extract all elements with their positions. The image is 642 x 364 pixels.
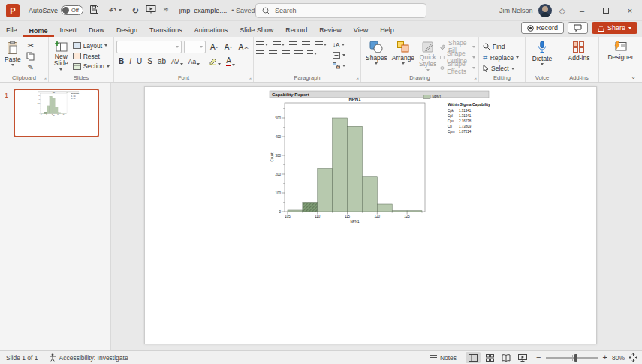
- cut-button[interactable]: ✂: [25, 41, 37, 50]
- font-dialog-launcher[interactable]: ⊿: [248, 76, 252, 81]
- present-from-beginning-button[interactable]: [146, 5, 156, 16]
- tab-draw[interactable]: Draw: [83, 24, 110, 37]
- tab-home[interactable]: Home: [23, 25, 54, 38]
- decrease-indent-button[interactable]: [289, 41, 297, 47]
- tab-view[interactable]: View: [348, 24, 374, 37]
- grow-font-button[interactable]: Aˆ: [208, 43, 220, 51]
- font-name-combobox[interactable]: [116, 41, 182, 53]
- columns-button[interactable]: [307, 50, 317, 56]
- slide-sorter-view-button[interactable]: [482, 352, 497, 363]
- shrink-font-button[interactable]: Aˇ: [222, 43, 234, 51]
- fit-to-window-icon[interactable]: [629, 353, 637, 362]
- notes-button[interactable]: Notes: [426, 353, 460, 363]
- layout-button[interactable]: Layout: [73, 41, 110, 50]
- new-slide-dropdown-icon[interactable]: [59, 68, 62, 71]
- gem-icon[interactable]: ◇: [559, 6, 565, 16]
- accessibility-checker[interactable]: Accessibility: Investigate: [49, 353, 128, 362]
- numbering-button[interactable]: [273, 41, 285, 47]
- record-button[interactable]: Record: [521, 22, 564, 34]
- align-center-button[interactable]: [269, 50, 277, 56]
- shapes-button[interactable]: Shapes: [363, 39, 390, 73]
- replace-button[interactable]: ⇄Replace: [483, 53, 519, 62]
- collapse-ribbon-icon[interactable]: ⌄: [631, 74, 636, 80]
- tab-slide-show[interactable]: Slide Show: [234, 24, 279, 37]
- text-direction-button[interactable]: ↓A: [333, 40, 345, 49]
- reading-view-button[interactable]: [499, 352, 514, 363]
- avatar[interactable]: [538, 4, 552, 17]
- highlight-color-button[interactable]: [206, 57, 223, 65]
- tab-design[interactable]: Design: [110, 24, 143, 37]
- zoom-out-button[interactable]: −: [536, 353, 541, 362]
- clipboard-dialog-launcher[interactable]: ⊿: [43, 76, 47, 81]
- close-button[interactable]: ×: [618, 0, 642, 21]
- redo-button[interactable]: ↻: [131, 6, 139, 15]
- convert-smartart-button[interactable]: [333, 61, 345, 70]
- align-left-button[interactable]: [256, 50, 264, 56]
- search-input[interactable]: Search: [255, 3, 426, 18]
- tab-animations[interactable]: Animations: [188, 24, 234, 37]
- share-button[interactable]: Share: [592, 22, 637, 34]
- text-shadow-button[interactable]: S: [145, 57, 155, 65]
- character-spacing-button[interactable]: AV: [169, 58, 185, 65]
- paste-button[interactable]: Paste: [2, 39, 23, 73]
- arrange-button[interactable]: Arrange: [390, 39, 417, 73]
- drawing-dialog-launcher[interactable]: ⊿: [473, 76, 477, 81]
- slide[interactable]: Capability ReportNPN1NPN1010020030040050…: [144, 86, 597, 344]
- find-button[interactable]: Find: [483, 42, 519, 51]
- editing-canvas[interactable]: Capability ReportNPN1NPN1010020030040050…: [111, 83, 642, 350]
- strikethrough-button[interactable]: ab: [155, 57, 168, 65]
- capability-chart[interactable]: Capability ReportNPN1NPN1010020030040050…: [265, 89, 513, 236]
- undo-dropdown-icon[interactable]: [119, 9, 122, 11]
- format-painter-button[interactable]: ✎: [25, 63, 37, 71]
- new-slide-button[interactable]: New Slide: [51, 39, 71, 73]
- tab-review[interactable]: Review: [313, 24, 348, 37]
- zoom-slider[interactable]: [546, 357, 598, 359]
- slide-thumbnail[interactable]: Capability ReportNPN1NPN1010020030040050…: [14, 89, 99, 137]
- arrange-dropdown-icon[interactable]: [402, 62, 405, 65]
- maximize-button[interactable]: [594, 0, 618, 21]
- italic-button[interactable]: I: [127, 57, 134, 65]
- zoom-slider-thumb[interactable]: [574, 354, 577, 362]
- shapes-dropdown-icon[interactable]: [375, 62, 378, 65]
- shape-effects-button[interactable]: Shape Effects: [440, 63, 475, 72]
- minimize-button[interactable]: –: [570, 0, 594, 21]
- justify-button[interactable]: [294, 50, 303, 56]
- user-name[interactable]: Jim Nelson: [499, 7, 533, 14]
- undo-button[interactable]: ↶: [109, 6, 122, 15]
- tab-help[interactable]: Help: [374, 24, 400, 37]
- line-spacing-button[interactable]: [315, 41, 327, 47]
- font-color-button[interactable]: A: [224, 57, 237, 66]
- tab-file[interactable]: File: [0, 24, 23, 37]
- change-case-button[interactable]: Aa: [186, 58, 202, 65]
- designer-button[interactable]: Designer: [605, 39, 635, 73]
- tab-transitions[interactable]: Transitions: [143, 24, 188, 37]
- increase-indent-button[interactable]: [302, 41, 310, 47]
- align-text-button[interactable]: [333, 50, 345, 59]
- tab-insert[interactable]: Insert: [54, 24, 83, 37]
- underline-button[interactable]: U: [134, 57, 144, 65]
- save-button[interactable]: [89, 5, 99, 16]
- dictate-dropdown-icon[interactable]: [541, 63, 544, 65]
- zoom-in-button[interactable]: +: [603, 353, 607, 362]
- powerpoint-logo-icon[interactable]: P: [6, 4, 20, 17]
- slide-indicator[interactable]: Slide 1 of 1: [6, 354, 38, 362]
- paragraph-dialog-launcher[interactable]: ⊿: [355, 76, 359, 81]
- dictate-button[interactable]: Dictate: [530, 39, 554, 73]
- autosave-toggle[interactable]: Off: [61, 5, 83, 15]
- bold-button[interactable]: B: [116, 57, 126, 65]
- tab-record[interactable]: Record: [279, 24, 313, 37]
- clear-formatting-button[interactable]: A✂: [236, 43, 251, 51]
- normal-view-button[interactable]: [466, 352, 481, 363]
- reset-button[interactable]: Reset: [73, 52, 110, 61]
- font-size-combobox[interactable]: [184, 41, 206, 53]
- document-title[interactable]: jmp_example....: [179, 7, 228, 14]
- align-right-button[interactable]: [282, 50, 290, 56]
- copy-button[interactable]: [25, 52, 37, 61]
- paste-dropdown-icon[interactable]: [11, 64, 14, 66]
- section-button[interactable]: Section: [73, 62, 110, 71]
- addins-button[interactable]: Add-ins: [566, 39, 592, 73]
- slide-show-button[interactable]: [515, 352, 530, 363]
- bullets-button[interactable]: [256, 41, 268, 47]
- quick-styles-button[interactable]: Quick Styles: [417, 39, 439, 73]
- comments-button[interactable]: [568, 22, 588, 34]
